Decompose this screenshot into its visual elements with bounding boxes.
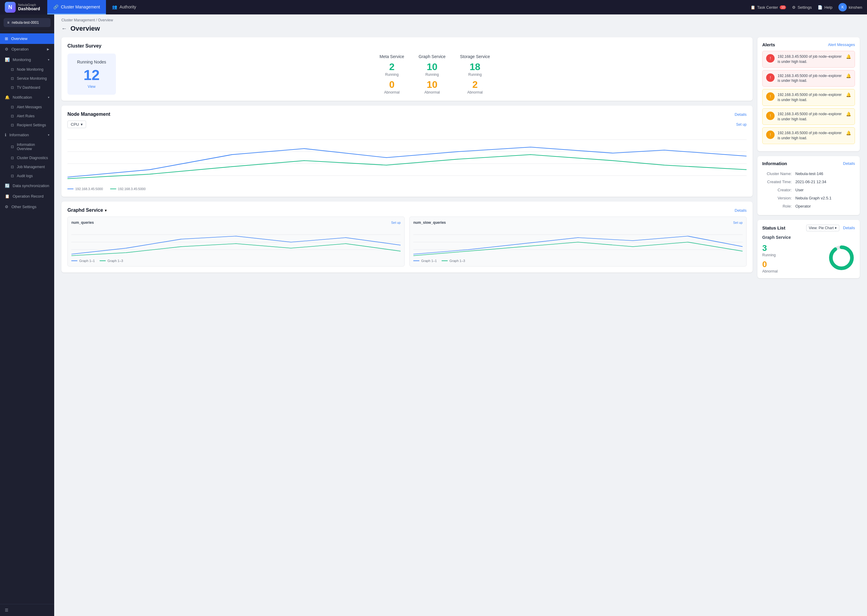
info-row-role: Role: Operator bbox=[762, 202, 855, 210]
alert-bell-3[interactable]: 🔔 bbox=[846, 92, 851, 97]
storage-service-col: Storage Service 18 Running 2 Abnormal bbox=[460, 54, 490, 94]
nsq-dot-2 bbox=[441, 261, 448, 261]
nq-legend-1: Graph 1–1 bbox=[71, 259, 95, 262]
legend-dot-1 bbox=[68, 189, 74, 189]
num-slow-queries-svg bbox=[413, 227, 742, 257]
view-selector[interactable]: View: Pie Chart ▾ bbox=[806, 225, 839, 231]
alert-bell-5[interactable]: 🔔 bbox=[846, 130, 851, 135]
content-area: Cluster Management / Overview ← Overview… bbox=[54, 14, 867, 616]
help-button[interactable]: 📄 Help bbox=[818, 5, 832, 9]
node-management-card: Node Management Details CPU ▾ Set up bbox=[61, 105, 753, 197]
info-row-version: Version: Nebula Graph v2.5.1 bbox=[762, 194, 855, 202]
alert-item-3: ! 192.168.3.45:5000 of job node–explorer… bbox=[762, 89, 855, 106]
settings-button[interactable]: ⚙ Settings bbox=[792, 5, 812, 9]
sidebar-item-recipient-settings[interactable]: ⊡ Recipient Settings bbox=[0, 121, 54, 130]
node-mgmt-header: Node Management Details bbox=[68, 112, 747, 117]
sidebar-item-monitoring[interactable]: 📊 Monitoring ▾ bbox=[0, 55, 54, 65]
graph-service-status-row: 3 Running 0 Abnormal bbox=[762, 244, 855, 273]
tab-authority[interactable]: 👥 Authority bbox=[106, 0, 142, 14]
mini-charts-grid: num_queries Set up bbox=[68, 217, 747, 267]
sidebar-item-overview[interactable]: ⊞ Overview bbox=[0, 33, 54, 44]
operation-record-icon: 📋 bbox=[5, 194, 9, 198]
sidebar-item-service-monitoring[interactable]: ⊡ Service Monitoring bbox=[0, 74, 54, 83]
graph-abnormal-value: 10 bbox=[427, 79, 438, 90]
chart-controls: CPU ▾ Set up bbox=[68, 121, 747, 128]
sidebar-item-alert-messages[interactable]: ⊡ Alert Messages bbox=[0, 102, 54, 112]
back-button[interactable]: ← bbox=[61, 25, 67, 32]
running-nodes-value: 12 bbox=[77, 67, 106, 83]
sidebar-item-data-sync[interactable]: 🔄 Data synchronization bbox=[0, 181, 54, 191]
status-numbers: 3 Running 0 Abnormal bbox=[762, 244, 823, 273]
graphd-details-link[interactable]: Details bbox=[735, 208, 747, 213]
sidebar-item-notification[interactable]: 🔔 Notification ▾ bbox=[0, 92, 54, 102]
legend-dot-2 bbox=[110, 189, 116, 189]
graph-service-title: Graph Service bbox=[419, 54, 446, 59]
alert-bell-4[interactable]: 🔔 bbox=[846, 112, 851, 116]
alert-item-5: ! 192.168.3.45:5000 of job node–explorer… bbox=[762, 127, 855, 144]
information-icon: ℹ bbox=[5, 133, 6, 137]
notification-icon: 🔔 bbox=[5, 95, 9, 99]
storage-abnormal-label: Abnormal bbox=[460, 90, 490, 94]
authority-icon: 👥 bbox=[112, 5, 117, 9]
overview-icon: ⊞ bbox=[5, 36, 8, 41]
chevron-down-icon: ▾ bbox=[48, 58, 49, 61]
cluster-survey-title: Cluster Survey bbox=[68, 43, 747, 49]
alert-messages-link[interactable]: Alert Messages bbox=[828, 42, 855, 47]
sidebar-item-job-management[interactable]: ⊡ Job Management bbox=[0, 162, 54, 171]
breadcrumb: Cluster Management / Overview bbox=[54, 14, 867, 22]
alert-item-4: ! 192.168.3.45:5000 of job node–explorer… bbox=[762, 108, 855, 125]
info-details-link[interactable]: Details bbox=[843, 161, 855, 166]
recipient-icon: ⊡ bbox=[11, 123, 14, 127]
node-monitoring-icon: ⊡ bbox=[11, 68, 14, 72]
meta-service-col: Meta Service 2 Running 0 Abnormal bbox=[380, 54, 404, 94]
meta-abnormal-value: 0 bbox=[389, 79, 395, 90]
sidebar-item-operation[interactable]: ⚙ Operation ▶ bbox=[0, 44, 54, 55]
sidebar-item-tv-dashboard[interactable]: ⊡ TV Dashboard bbox=[0, 83, 54, 92]
sidebar-item-node-monitoring[interactable]: ⊡ Node Monitoring bbox=[0, 65, 54, 74]
num-slow-queries-setup[interactable]: Set up bbox=[733, 221, 742, 225]
service-columns: Meta Service 2 Running 0 Abnormal Graph bbox=[123, 53, 747, 95]
num-queries-chart: num_queries Set up bbox=[68, 217, 405, 267]
graphd-dropdown-icon[interactable]: ▾ bbox=[105, 208, 107, 213]
running-nodes-link[interactable]: View bbox=[77, 85, 106, 89]
status-details-link[interactable]: Details bbox=[843, 226, 855, 230]
metric-selector[interactable]: CPU ▾ bbox=[68, 121, 86, 128]
sidebar-item-information-overview[interactable]: ⊡ Information Overview bbox=[0, 140, 54, 153]
sidebar-item-information[interactable]: ℹ Information ▾ bbox=[0, 130, 54, 140]
sidebar-item-cluster-diagnostics[interactable]: ⊡ Cluster Diagnostics bbox=[0, 153, 54, 162]
sidebar-item-operation-record[interactable]: 📋 Operation Record bbox=[0, 191, 54, 201]
content-grid: Cluster Survey Running Nodes 12 View Met… bbox=[54, 37, 867, 616]
num-queries-setup[interactable]: Set up bbox=[391, 221, 401, 225]
user-menu[interactable]: K kinshen bbox=[839, 3, 862, 11]
chevron-down-icon-2: ▾ bbox=[48, 96, 49, 99]
meta-running-label: Running bbox=[380, 72, 404, 77]
sidebar-item-other-settings[interactable]: ⚙ Other Settings bbox=[0, 201, 54, 212]
num-slow-queries-chart-area bbox=[413, 227, 742, 257]
alerts-header: Alerts Alert Messages bbox=[762, 42, 855, 47]
info-label-created: Created Time: bbox=[762, 179, 795, 184]
meta-running-value: 2 bbox=[380, 61, 404, 72]
logo-text: NebulaGraph Dashboard bbox=[18, 3, 40, 11]
node-mgmt-details-link[interactable]: Details bbox=[735, 112, 747, 117]
alert-dot-5: ! bbox=[766, 130, 775, 139]
info-header: Information Details bbox=[762, 161, 855, 166]
task-center-button[interactable]: 📋 Task Center 10 bbox=[750, 5, 786, 9]
alert-text-1: 192.168.3.45:5000 of job node–explorer i… bbox=[777, 54, 843, 64]
info-label-version: Version: bbox=[762, 196, 795, 200]
alerts-title: Alerts bbox=[762, 42, 775, 47]
settings-icon: ⚙ bbox=[792, 5, 796, 9]
sidebar-item-audit-logs[interactable]: ⊡ Audit logs bbox=[0, 171, 54, 181]
node-mgmt-title: Node Management bbox=[68, 112, 110, 117]
node-setup-button[interactable]: Set up bbox=[736, 123, 747, 127]
cluster-name-selector[interactable]: ≡ nebula-test-0001 bbox=[4, 18, 50, 27]
top-nav: N NebulaGraph Dashboard 🔗 Cluster Manage… bbox=[0, 0, 867, 14]
nq-legend-2: Graph 1–3 bbox=[100, 259, 123, 262]
tab-cluster-management[interactable]: 🔗 Cluster Management bbox=[47, 0, 106, 14]
alert-bell-2[interactable]: 🔔 bbox=[846, 73, 851, 78]
sidebar-item-alert-rules[interactable]: ⊡ Alert Rules bbox=[0, 112, 54, 121]
alert-bell-1[interactable]: 🔔 bbox=[846, 54, 851, 59]
info-value-cluster: Nebula-test-146 bbox=[795, 171, 823, 176]
status-list-card: Status List View: Pie Chart ▾ Details Gr… bbox=[757, 220, 860, 278]
avatar: K bbox=[839, 3, 847, 11]
sidebar-collapse-button[interactable]: ☰ bbox=[0, 604, 54, 616]
